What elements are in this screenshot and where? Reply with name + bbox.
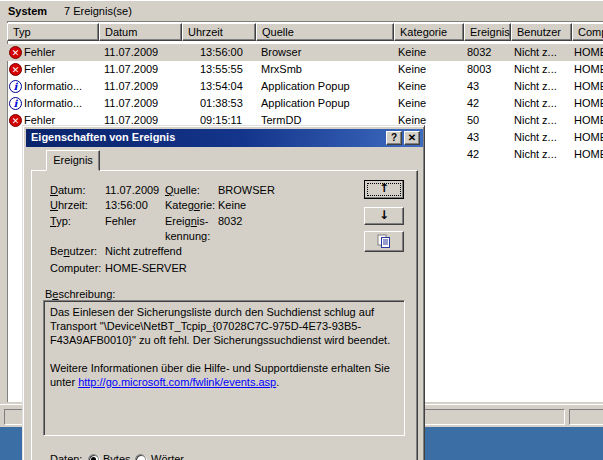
cell-datum: 11.07.2009 xyxy=(104,46,158,58)
cell-quelle: Application Popup xyxy=(261,80,350,92)
description-box[interactable]: Das Einlesen der Sicherungsliste durch d… xyxy=(43,300,405,436)
column-header-datum[interactable]: Datum xyxy=(99,23,182,41)
description-gap xyxy=(50,347,398,361)
cell-datum: 11.07.2009 xyxy=(104,63,158,75)
typ-label: Typ: xyxy=(50,215,71,227)
error-icon xyxy=(9,63,22,76)
copy-icon xyxy=(377,234,391,249)
beschreibung-label: Beschreibung: xyxy=(45,288,115,300)
close-icon[interactable]: ✕ xyxy=(404,131,420,145)
cell-computer: HOME-SERVER xyxy=(574,80,603,92)
cell-ereignis: 50 xyxy=(467,114,479,126)
previous-event-button[interactable]: ↑ xyxy=(364,180,404,199)
cell-quelle: MrxSmb xyxy=(261,63,302,75)
cell-computer: HOME-SERVER xyxy=(574,46,603,58)
description-paragraph-2: Weitere Informationen über die Hilfe- un… xyxy=(50,361,398,389)
cell-ereignis: 8003 xyxy=(467,63,491,75)
info-icon xyxy=(9,80,22,93)
cell-benutzer: Nicht z... xyxy=(514,148,557,160)
column-header-kategorie[interactable]: Kategorie xyxy=(394,23,464,41)
table-row[interactable]: Fehler 11.07.2009 13:55:55 MrxSmb Keine … xyxy=(7,61,603,78)
cell-ereignis: 43 xyxy=(467,80,479,92)
column-header-quelle[interactable]: Quelle xyxy=(256,23,394,41)
column-header-computer[interactable]: Computer xyxy=(572,23,603,41)
cell-kategorie: Keine xyxy=(398,80,426,92)
table-row[interactable]: Informatio... 11.07.2009 13:54:04 Applic… xyxy=(7,78,603,95)
cell-benutzer: Nicht z... xyxy=(514,63,557,75)
caption-count: 7 Ereignis(se) xyxy=(64,5,132,17)
cell-ereignis: 43 xyxy=(467,131,479,143)
cell-quelle: Application Popup xyxy=(261,97,350,109)
table-row[interactable]: Fehler 11.07.2009 13:56:00 Browser Keine… xyxy=(7,44,603,61)
dialog-title: Eigenschaften von Ereignis xyxy=(31,131,175,143)
bytes-radio-label: Bytes xyxy=(103,453,131,460)
down-arrow-icon: ↓ xyxy=(379,208,389,222)
cell-kategorie: Keine xyxy=(398,63,426,75)
ereigniskennung-label-line1: Ereignis- xyxy=(165,215,208,227)
kategorie-label: Kategorie: xyxy=(165,199,215,211)
column-header-typ[interactable]: Typ xyxy=(7,23,99,41)
cell-datum: 11.07.2009 xyxy=(104,97,158,109)
daten-label: Daten: xyxy=(50,453,82,460)
events-asp-link[interactable]: http://go.microsoft.com/fwlink/events.as… xyxy=(78,376,276,388)
info-icon xyxy=(9,97,22,110)
ereigniskennung-label-line2: kennung: xyxy=(165,230,210,242)
up-arrow-icon: ↑ xyxy=(379,181,389,195)
cell-computer: HOME-SERVER xyxy=(574,97,603,109)
status-panel-2 xyxy=(569,409,603,425)
cell-uhrzeit: 01:38:53 xyxy=(200,97,243,109)
cell-benutzer: Nicht z... xyxy=(514,114,557,126)
error-icon xyxy=(9,114,22,127)
cell-datum: 11.07.2009 xyxy=(104,80,158,92)
woerter-radio[interactable] xyxy=(135,454,146,460)
next-event-button[interactable]: ↓ xyxy=(364,207,404,225)
cell-uhrzeit: 13:56:00 xyxy=(200,46,243,58)
tab-page: Datum: 11.07.2009 Quelle: BROWSER Uhrzei… xyxy=(31,170,418,460)
event-type-icon xyxy=(9,131,22,144)
daten-row: Daten: Bytes Wörter xyxy=(32,452,419,460)
cell-typ: Fehler xyxy=(24,63,55,75)
help-button[interactable]: ? xyxy=(386,131,402,145)
event-type-icon xyxy=(9,148,22,161)
cell-typ: Fehler xyxy=(24,46,55,58)
cell-typ: Informatio... xyxy=(24,97,82,109)
cell-typ: Informatio... xyxy=(24,80,82,92)
event-viewer-window: System 7 Ereignis(se) Typ Datum Uhrzeit … xyxy=(0,0,603,460)
uhrzeit-value: 13:56:00 xyxy=(105,199,148,211)
quelle-label: Quelle: xyxy=(165,184,200,196)
woerter-radio-label: Wörter xyxy=(151,453,184,460)
cell-computer: HOME-SERVER xyxy=(574,148,603,160)
event-properties-dialog: Eigenschaften von Ereignis ? ✕ Ereignis … xyxy=(22,125,425,460)
list-caption: System 7 Ereignis(se) xyxy=(0,0,603,21)
cell-benutzer: Nicht z... xyxy=(514,97,557,109)
tab-ereignis[interactable]: Ereignis xyxy=(46,150,100,171)
error-icon xyxy=(9,46,22,59)
quelle-value: BROWSER xyxy=(218,184,275,196)
cell-benutzer: Nicht z... xyxy=(514,46,557,58)
kategorie-value: Keine xyxy=(218,199,246,211)
cell-computer: HOME-SERVER xyxy=(574,63,603,75)
description-paragraph-1: Das Einlesen der Sicherungsliste durch d… xyxy=(50,305,398,347)
table-row[interactable]: Informatio... 11.07.2009 01:38:53 Applic… xyxy=(7,95,603,112)
cell-ereignis: 8032 xyxy=(467,46,491,58)
computer-value: HOME-SERVER xyxy=(105,262,187,274)
cell-quelle: Browser xyxy=(261,46,301,58)
cell-ereignis: 42 xyxy=(467,97,479,109)
cell-benutzer: Nicht z... xyxy=(514,131,557,143)
copy-button[interactable] xyxy=(364,231,404,252)
cell-computer: HOME-SERVER xyxy=(574,131,603,143)
column-header-uhrzeit[interactable]: Uhrzeit xyxy=(182,23,256,41)
column-header-ereignis[interactable]: Ereignis xyxy=(464,23,511,41)
datum-value: 11.07.2009 xyxy=(105,184,159,196)
cell-uhrzeit: 13:54:04 xyxy=(200,80,243,92)
cell-computer: HOME-SERVER xyxy=(574,114,603,126)
column-header-benutzer[interactable]: Benutzer xyxy=(511,23,572,41)
bytes-radio[interactable] xyxy=(88,454,99,460)
cell-ereignis: 42 xyxy=(467,148,479,160)
dialog-title-bar[interactable]: Eigenschaften von Ereignis ? ✕ xyxy=(26,129,423,147)
caption-system: System xyxy=(8,5,47,17)
cell-kategorie: Keine xyxy=(398,46,426,58)
datum-label: Datum: xyxy=(50,184,85,196)
cell-kategorie: Keine xyxy=(398,97,426,109)
ereigniskennung-value: 8032 xyxy=(218,215,242,227)
